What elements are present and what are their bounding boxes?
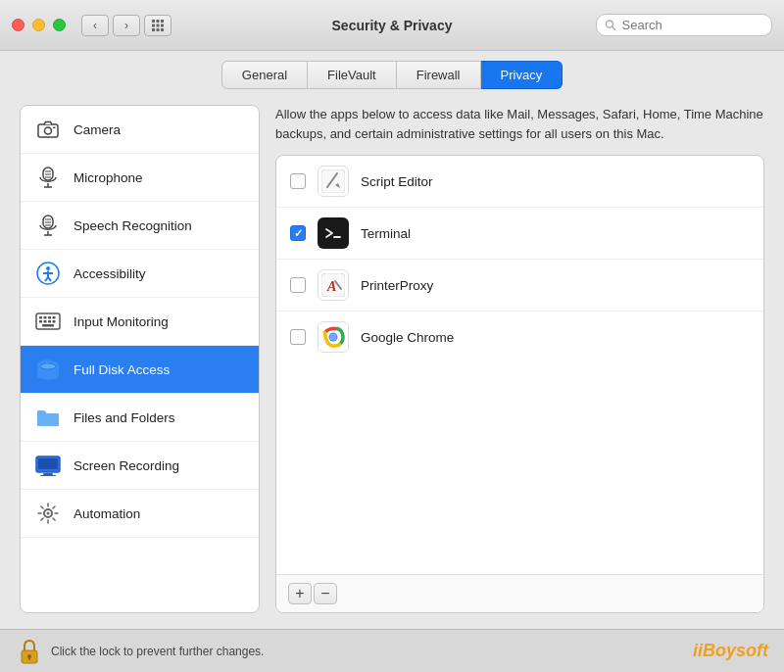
sidebar-item-speech[interactable]: Speech Recognition (21, 202, 259, 250)
minimize-button[interactable] (32, 19, 45, 31)
add-app-button[interactable]: + (288, 583, 312, 604)
svg-rect-7 (157, 28, 160, 31)
svg-rect-3 (152, 24, 155, 26)
sidebar-item-microphone-label: Microphone (74, 170, 143, 185)
tabs-bar: General FileVault Firewall Privacy (0, 51, 784, 89)
app-row-printer-proxy: A PrinterProxy (276, 260, 763, 312)
printer-proxy-icon: A (318, 269, 349, 301)
speech-icon (34, 212, 62, 239)
svg-point-48 (47, 512, 50, 515)
sidebar-item-screen-recording-label: Screen Recording (74, 458, 179, 473)
tab-privacy[interactable]: Privacy (481, 61, 564, 89)
bottom-bar: Click the lock to prevent further change… (0, 629, 784, 672)
svg-rect-38 (44, 320, 47, 323)
sidebar-item-full-disk-access[interactable]: Full Disk Access (21, 346, 259, 394)
accessibility-icon (34, 260, 62, 287)
window-title: Security & Privacy (332, 18, 453, 33)
svg-point-42 (40, 363, 56, 369)
sidebar-item-speech-label: Speech Recognition (74, 218, 192, 233)
list-controls: + − (276, 574, 763, 612)
svg-rect-50 (321, 221, 345, 245)
main-content: Camera Microphone (0, 89, 784, 629)
back-button[interactable]: ‹ (81, 15, 109, 36)
titlebar: ‹ › Security & Privacy (0, 0, 784, 51)
app-name-printer-proxy: PrinterProxy (361, 278, 433, 293)
app-row-script-editor: Script Editor (276, 156, 763, 208)
remove-app-button[interactable]: − (314, 583, 337, 604)
tab-general[interactable]: General (221, 61, 308, 89)
lock-text: Click the lock to prevent further change… (51, 645, 264, 658)
sidebar-item-camera[interactable]: Camera (21, 106, 259, 154)
traffic-lights (12, 19, 66, 31)
camera-icon (34, 116, 62, 143)
tab-firewall[interactable]: Firewall (397, 61, 481, 89)
sidebar-item-full-disk-access-label: Full Disk Access (74, 362, 170, 377)
svg-rect-49 (321, 169, 345, 193)
sidebar-item-accessibility[interactable]: Accessibility (21, 250, 259, 298)
svg-rect-0 (152, 20, 155, 23)
screen-recording-icon (34, 452, 62, 479)
right-panel: Allow the apps below to access data like… (275, 105, 764, 613)
sidebar-item-camera-label: Camera (74, 122, 121, 137)
sidebar-item-accessibility-label: Accessibility (74, 266, 146, 281)
tab-filevault[interactable]: FileVault (308, 61, 397, 89)
app-row-google-chrome: Google Chrome (276, 312, 763, 362)
sidebar-item-input-monitoring[interactable]: Input Monitoring (21, 298, 259, 346)
app-checkbox-printer-proxy[interactable] (290, 277, 306, 293)
sidebar-item-input-monitoring-label: Input Monitoring (74, 314, 169, 329)
sidebar-item-automation[interactable]: Automation (21, 490, 259, 538)
svg-rect-2 (161, 20, 164, 23)
svg-rect-13 (53, 127, 56, 129)
svg-rect-45 (43, 473, 53, 475)
app-name-script-editor: Script Editor (361, 174, 433, 189)
app-checkbox-terminal[interactable] (290, 225, 306, 241)
terminal-icon (318, 217, 349, 249)
svg-point-58 (330, 334, 336, 340)
app-row-terminal: Terminal (276, 208, 763, 260)
forward-button[interactable]: › (113, 15, 140, 36)
svg-rect-6 (152, 28, 155, 31)
nav-buttons: ‹ › (81, 15, 140, 36)
grid-button[interactable] (144, 15, 172, 36)
iboysoft-brand-name: iBoysoft (698, 641, 768, 660)
microphone-icon (34, 164, 62, 191)
files-folders-icon (34, 404, 62, 431)
sidebar: Camera Microphone (20, 105, 260, 613)
svg-rect-35 (48, 316, 51, 319)
svg-rect-46 (40, 475, 56, 476)
svg-rect-40 (53, 320, 56, 323)
lock-section[interactable]: Click the lock to prevent further change… (16, 638, 264, 665)
app-list-container: Script Editor Terminal (275, 155, 764, 613)
app-checkbox-script-editor[interactable] (290, 173, 306, 189)
sidebar-item-automation-label: Automation (74, 506, 140, 521)
sidebar-item-microphone[interactable]: Microphone (21, 154, 259, 202)
automation-icon (34, 500, 62, 527)
svg-rect-36 (53, 316, 56, 319)
app-checkbox-google-chrome[interactable] (290, 329, 306, 345)
keyboard-icon (34, 308, 62, 335)
svg-rect-4 (157, 24, 160, 26)
svg-rect-8 (161, 28, 164, 31)
maximize-button[interactable] (53, 19, 66, 31)
svg-rect-41 (42, 324, 54, 327)
description-text: Allow the apps below to access data like… (275, 105, 764, 143)
svg-rect-1 (157, 20, 160, 23)
close-button[interactable] (12, 19, 24, 31)
search-input[interactable] (622, 18, 763, 32)
svg-line-10 (612, 26, 615, 29)
svg-rect-33 (39, 316, 42, 319)
app-name-terminal: Terminal (361, 226, 411, 241)
iboysoft-logo: iiBoysoft (693, 641, 768, 661)
svg-rect-37 (39, 320, 42, 323)
svg-point-12 (45, 127, 52, 134)
full-disk-access-icon (34, 356, 62, 383)
sidebar-item-screen-recording[interactable]: Screen Recording (21, 442, 259, 490)
app-list: Script Editor Terminal (276, 156, 763, 574)
svg-rect-34 (44, 316, 47, 319)
lock-icon[interactable] (16, 638, 43, 665)
search-box[interactable] (596, 14, 772, 36)
svg-rect-61 (28, 657, 30, 660)
sidebar-item-files-folders[interactable]: Files and Folders (21, 394, 259, 442)
svg-point-27 (46, 266, 50, 270)
google-chrome-icon (318, 321, 349, 353)
